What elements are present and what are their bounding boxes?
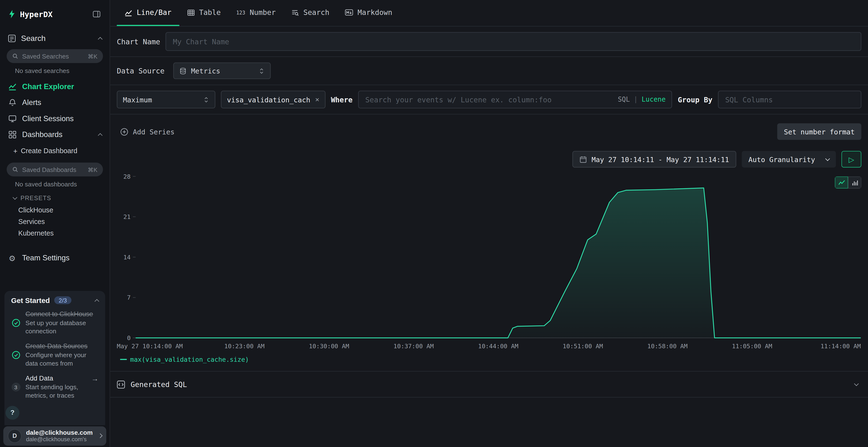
aggregation-select[interactable]: Maximum <box>117 91 215 108</box>
legend-label: max(visa_validation_cache.size) <box>130 355 249 363</box>
metric-tag[interactable]: visa_validation_cach ✕ <box>221 91 325 108</box>
x-tick-label: 11:14:00 AM <box>820 343 861 350</box>
saved-dashboards-input[interactable]: Saved Dashboards ⌘K <box>7 163 103 176</box>
search-section-icon <box>8 34 16 42</box>
chevron-down-icon <box>12 195 17 200</box>
aggregation-value: Maximum <box>123 95 199 104</box>
y-tick-label: 21 <box>123 213 130 220</box>
user-email: dale@clickhouse.com <box>26 429 94 436</box>
chevron-down-icon <box>825 156 830 161</box>
where-input-wrap: SQL | Lucene <box>358 91 672 108</box>
app-logo[interactable]: HyperDX <box>8 10 53 19</box>
chevron-up-icon <box>94 299 99 304</box>
chart-type-tabs: Line/Bar Table 123 Number Search <box>110 0 868 27</box>
sidebar-section-search[interactable]: Search <box>0 30 110 46</box>
avatar: D <box>8 429 22 442</box>
sidebar-item-client-sessions[interactable]: Client Sessions <box>0 110 110 127</box>
x-tick-label: 10:51:00 AM <box>563 343 603 350</box>
remove-metric-icon[interactable]: ✕ <box>315 96 319 103</box>
generated-sql-toggle[interactable]: Generated SQL <box>110 372 868 397</box>
tab-markdown[interactable]: Markdown <box>337 0 400 26</box>
series-area-fill <box>136 188 861 338</box>
tab-search[interactable]: Search <box>283 0 337 26</box>
step-number: 3 <box>11 383 20 391</box>
x-tick-label: May 27 10:14:00 AM <box>117 343 183 350</box>
sidebar-item-dashboards[interactable]: Dashboards <box>0 127 110 143</box>
language-sql-option[interactable]: SQL <box>618 96 630 103</box>
logo-bolt-icon <box>8 10 16 18</box>
dashboards-grid-icon <box>8 131 17 139</box>
select-updown-icon <box>203 96 209 103</box>
bar-chart-icon <box>851 179 858 186</box>
sidebar-item-alerts[interactable]: Alerts <box>0 95 110 111</box>
tab-table[interactable]: Table <box>179 0 228 26</box>
data-source-value: Metrics <box>191 67 254 75</box>
set-number-format-button[interactable]: Set number format <box>777 123 862 140</box>
chart-canvas[interactable]: 07142128May 27 10:14:00 AM10:23:00 AM10:… <box>117 170 861 352</box>
series-line <box>136 188 861 338</box>
data-source-select[interactable]: Metrics <box>173 62 271 79</box>
preset-item-services[interactable]: Services <box>0 215 110 227</box>
tab-number[interactable]: 123 Number <box>228 0 283 26</box>
bar-display-toggle[interactable] <box>848 176 861 188</box>
y-tick-label: 7 <box>127 294 131 301</box>
x-tick-label: 10:44:00 AM <box>478 343 518 350</box>
create-dashboard-button[interactable]: + Create Dashboard <box>0 143 110 159</box>
granularity-value: Auto Granularity <box>748 155 815 163</box>
preset-item-kubernetes[interactable]: Kubernetes <box>0 227 110 239</box>
get-started-card: Get Started 2/3 Connect to ClickHouse Se… <box>4 291 105 425</box>
presets-toggle[interactable]: PRESETS <box>0 192 110 204</box>
step-desc: Start sending logs, metrics, or traces <box>26 383 99 400</box>
saved-searches-input[interactable]: Saved Searches ⌘K <box>7 49 103 63</box>
sidebar-item-chart-explorer[interactable]: Chart Explorer <box>0 78 110 95</box>
sidebar-item-team-settings[interactable]: ⚙ Team Settings <box>0 250 110 266</box>
step-body: Connect to ClickHouse Set up your databa… <box>26 310 99 336</box>
chart-legend[interactable]: max(visa_validation_cache.size) <box>120 355 861 363</box>
check-circle-icon <box>11 319 21 328</box>
help-button[interactable]: ? <box>5 406 19 419</box>
x-tick-label: 10:58:00 AM <box>647 343 687 350</box>
x-tick-label: 11:05:00 AM <box>732 343 772 350</box>
saved-searches-placeholder: Saved Searches <box>22 53 84 60</box>
get-started-step-sources[interactable]: Create Data Sources Configure where your… <box>11 342 99 368</box>
get-started-header[interactable]: Get Started 2/3 <box>11 296 99 304</box>
chart-name-label: Chart Name <box>117 37 160 45</box>
code-icon <box>117 380 125 388</box>
x-tick-label: 10:23:00 AM <box>224 343 265 350</box>
search-icon <box>12 53 18 59</box>
app-window: HyperDX Search Saved Searches ⌘K No save… <box>0 0 868 447</box>
tab-label: Markdown <box>358 8 392 16</box>
data-source-label: Data Source <box>117 67 164 75</box>
chart-name-input[interactable] <box>166 32 861 51</box>
line-display-toggle[interactable] <box>835 176 848 188</box>
user-team: dale@clickhouse.com's <box>26 436 94 442</box>
step-body: Create Data Sources Configure where your… <box>26 342 99 368</box>
group-by-input[interactable] <box>718 91 862 108</box>
user-menu[interactable]: D dale@clickhouse.com dale@clickhouse.co… <box>3 426 106 445</box>
get-started-step-connect[interactable]: Connect to ClickHouse Set up your databa… <box>11 310 99 336</box>
sidebar-item-label: Client Sessions <box>22 114 74 123</box>
get-started-step-add-data[interactable]: 3 Add Data → Start sending logs, metrics… <box>11 374 99 400</box>
y-tick-label: 0 <box>127 335 131 342</box>
search-list-icon <box>291 9 299 16</box>
date-range-picker[interactable]: May 27 10:14:11 - May 27 11:14:11 <box>572 151 736 168</box>
sidebar-header: HyperDX <box>0 0 110 24</box>
chart-section: May 27 10:14:11 - May 27 11:14:11 Auto G… <box>110 149 868 371</box>
chevron-up-icon <box>98 37 102 41</box>
empty-area <box>110 398 868 447</box>
presets-label: PRESETS <box>21 195 51 201</box>
preset-item-clickhouse[interactable]: ClickHouse <box>0 204 110 215</box>
database-icon <box>179 67 187 74</box>
step-title: Connect to ClickHouse <box>26 310 99 319</box>
tab-line-bar[interactable]: Line/Bar <box>117 0 179 26</box>
chevron-up-icon <box>98 133 102 138</box>
language-lucene-option[interactable]: Lucene <box>642 96 666 103</box>
group-by-label: Group By <box>678 95 712 104</box>
add-series-button[interactable]: Add Series <box>117 127 178 136</box>
no-saved-searches-note: No saved searches <box>15 67 110 74</box>
run-query-button[interactable]: ▷ <box>841 151 862 168</box>
y-tick-label: 28 <box>123 173 130 180</box>
granularity-select[interactable]: Auto Granularity <box>742 151 836 168</box>
play-icon: ▷ <box>849 155 854 163</box>
collapse-sidebar-button[interactable] <box>91 9 102 20</box>
